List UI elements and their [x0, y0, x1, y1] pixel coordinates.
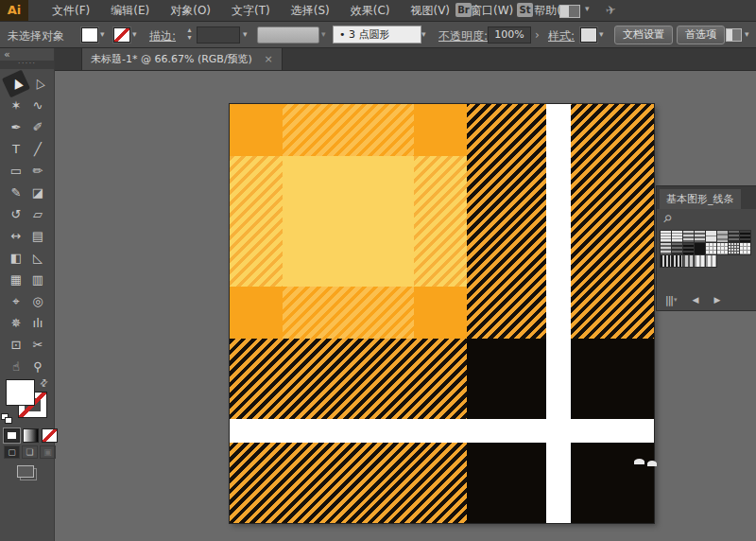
rotate-tool[interactable]: ↺ — [6, 203, 26, 225]
brush-definition-select[interactable]: • 3 点圆形 — [333, 26, 421, 44]
blob-brush-tool[interactable]: ✐ — [27, 116, 48, 138]
pattern-swatch[interactable] — [729, 243, 739, 254]
preferences-button[interactable]: 首选项 — [677, 26, 725, 44]
previous-swatches-icon[interactable]: ◀ — [692, 295, 698, 305]
pattern-swatch[interactable] — [672, 255, 682, 267]
rectangle-tool[interactable]: ▭ — [6, 160, 26, 182]
mesh-tool[interactable]: ▦ — [6, 269, 26, 290]
close-icon[interactable]: × — [264, 53, 272, 65]
pattern-swatch[interactable] — [717, 231, 728, 242]
pattern-swatch[interactable] — [706, 231, 716, 242]
chevron-down-icon[interactable]: ▾ — [585, 4, 590, 13]
pattern-swatch[interactable] — [672, 231, 682, 242]
menu-object[interactable]: 对象(O) — [160, 0, 221, 21]
swatches-panel-tab[interactable]: 基本图形_线条 — [660, 189, 741, 209]
pattern-swatch[interactable] — [706, 243, 716, 254]
color-button[interactable] — [4, 428, 20, 443]
artboard-tool[interactable]: ⊡ — [6, 334, 26, 356]
chevron-down-icon[interactable]: ▾ — [599, 29, 604, 39]
pattern-swatch[interactable] — [695, 231, 705, 242]
scale-tool[interactable]: ▱ — [27, 203, 48, 225]
pattern-swatch[interactable] — [740, 243, 750, 254]
pattern-swatch[interactable] — [695, 255, 705, 267]
direct-selection-tool[interactable]: ▷ — [24, 70, 52, 98]
chevron-down-icon[interactable]: ▾ — [745, 29, 749, 39]
menu-edit[interactable]: 编辑(E) — [100, 0, 160, 21]
gradient-tool[interactable]: ▥ — [27, 269, 48, 290]
pattern-swatch[interactable] — [695, 243, 705, 254]
search-icon[interactable]: ⚲ — [661, 212, 675, 226]
workspace-switcher-icon[interactable] — [726, 28, 742, 42]
pen-tool[interactable]: ✒ — [6, 116, 26, 138]
pattern-swatch[interactable] — [740, 231, 750, 242]
fill-swatch[interactable] — [6, 379, 35, 406]
menu-view[interactable]: 视图(V) — [400, 0, 460, 21]
eyedropper-tool[interactable]: ⌖ — [6, 290, 26, 312]
style-panel-link[interactable]: 样式: — [548, 28, 575, 44]
opacity-panel-link[interactable]: 不透明度: — [438, 28, 488, 44]
pencil-tool[interactable]: ✎ — [6, 182, 26, 203]
swap-fill-stroke-icon[interactable]: ⇄ — [37, 376, 50, 390]
line-segment-tool[interactable]: ╱ — [27, 138, 48, 160]
gradient-button[interactable] — [23, 428, 39, 443]
blend-tool[interactable]: ◎ — [27, 290, 48, 312]
swatch-libraries-icon[interactable]: ||| — [665, 295, 673, 305]
stepper-down-icon[interactable]: ▾ — [187, 34, 191, 42]
pattern-swatch[interactable] — [683, 231, 694, 242]
type-tool[interactable]: T — [6, 138, 26, 160]
symbol-sprayer-tool[interactable]: ✵ — [6, 312, 26, 334]
menu-effect[interactable]: 效果(C) — [340, 0, 401, 21]
chevron-down-icon[interactable]: ▾ — [421, 29, 426, 39]
shape-builder-tool[interactable]: ◧ — [6, 247, 26, 269]
perspective-grid-tool[interactable]: ◺ — [27, 247, 48, 269]
lasso-tool[interactable]: ∿ — [27, 95, 48, 116]
default-fill-stroke-icon[interactable] — [1, 413, 11, 423]
hand-tool[interactable]: ☝ — [6, 356, 26, 377]
stroke-weight-stepper[interactable]: ▴▾ — [185, 26, 194, 42]
menu-select[interactable]: 选择(S) — [281, 0, 340, 21]
stroke-panel-link[interactable]: 描边: — [149, 28, 176, 44]
arrange-documents-icon[interactable] — [559, 5, 580, 18]
document-tab[interactable]: 未标题-1* @ 66.67% (RGB/预览) × — [81, 48, 283, 70]
stroke-weight-select[interactable] — [197, 26, 240, 44]
stroke-color-swatch[interactable] — [113, 27, 130, 43]
eraser-tool[interactable]: ◪ — [27, 182, 48, 203]
pattern-swatch[interactable] — [706, 255, 716, 267]
pattern-swatch[interactable] — [729, 231, 739, 242]
free-transform-tool[interactable]: ▤ — [27, 225, 48, 247]
screen-mode-icon[interactable] — [17, 465, 34, 478]
draw-behind-mode-icon[interactable]: ❏ — [22, 445, 38, 459]
next-swatches-icon[interactable]: ▶ — [713, 295, 720, 305]
cs-live-icon[interactable]: ✈ — [605, 2, 617, 18]
pattern-swatch[interactable] — [661, 255, 671, 267]
menu-file[interactable]: 文件(F) — [42, 0, 100, 21]
pattern-swatch[interactable] — [683, 243, 694, 254]
pattern-swatch[interactable] — [717, 243, 728, 254]
magic-wand-tool[interactable]: ✶ — [6, 95, 26, 116]
none-button[interactable] — [42, 428, 58, 443]
column-graph-tool[interactable]: ılı — [27, 312, 48, 334]
fill-color-swatch[interactable] — [81, 27, 98, 43]
chevron-down-icon[interactable]: ▾ — [132, 29, 137, 39]
pattern-swatch[interactable] — [661, 243, 671, 254]
draw-normal-mode-icon[interactable]: ▢ — [4, 445, 20, 459]
chevron-down-icon[interactable]: ▾ — [100, 29, 105, 39]
menu-type[interactable]: 文字(T) — [221, 0, 281, 21]
chevron-down-icon[interactable]: ▾ — [243, 29, 248, 39]
document-setup-button[interactable]: 文档设置 — [614, 26, 673, 44]
paintbrush-tool[interactable]: ✏ — [27, 160, 48, 182]
pattern-swatch[interactable] — [683, 255, 694, 267]
opacity-input[interactable]: 100% — [488, 26, 531, 44]
opacity-expand-icon[interactable]: › — [535, 28, 540, 42]
chevron-down-icon[interactable]: ▾ — [674, 296, 678, 304]
width-tool[interactable]: ↔ — [6, 225, 26, 247]
pattern-swatch[interactable] — [672, 243, 682, 254]
pattern-swatch[interactable] — [661, 231, 671, 242]
stock-button[interactable]: St — [517, 3, 533, 17]
zoom-tool[interactable]: ⚲ — [27, 356, 48, 377]
artboard-canvas[interactable] — [230, 104, 654, 523]
width-profile-select[interactable] — [257, 26, 319, 44]
style-swatch[interactable] — [580, 27, 597, 43]
panel-grip[interactable]: ····· — [0, 61, 54, 69]
collapse-dock-icon[interactable]: « — [4, 48, 10, 61]
